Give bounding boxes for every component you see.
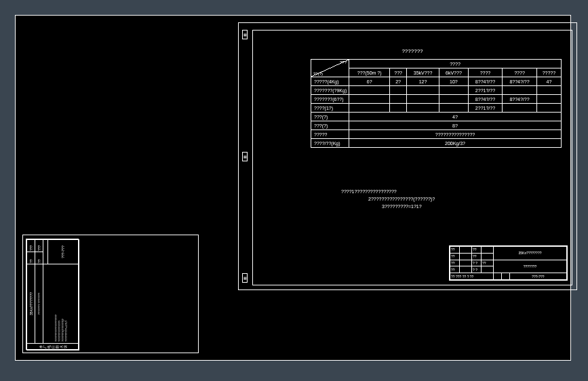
cell: [349, 86, 390, 95]
side-mark: ▦: [242, 152, 248, 161]
cell: 10?: [439, 77, 468, 86]
stb-org: 35Kn????????: [27, 264, 35, 344]
merged-cell: 200Kg/3?: [349, 139, 562, 148]
tb-cell: [460, 260, 472, 266]
tb-bottom: ?? ??? ?? ? ??: [450, 273, 494, 280]
tb-num: ???-???: [509, 273, 566, 280]
cell: [439, 86, 468, 95]
table-row: ????? ???????????????: [311, 130, 562, 139]
table-row: ????/??(Kg) 200Kg/3?: [311, 139, 562, 148]
tb-cell: ??: [450, 260, 460, 266]
stb-cell: [43, 240, 48, 264]
diagonal-header-cell: ??? ??(?): [311, 60, 349, 77]
cell: [503, 86, 537, 95]
row-label: ???(?): [311, 113, 349, 121]
tb-cell: [460, 247, 472, 254]
col-header: ?????: [536, 68, 561, 77]
cell: 8??4?/??: [503, 77, 537, 86]
col-header: ???: [390, 68, 407, 77]
cell: [536, 86, 561, 95]
stb-sub: ??????? ???????: [35, 264, 43, 344]
row-label: ???????(?9Kg): [311, 86, 349, 95]
tb-sub: ???????: [494, 260, 567, 273]
cell: [349, 104, 390, 113]
row-label: ????(1?): [311, 104, 349, 113]
tb-cell: ??: [472, 253, 482, 260]
tb-cell: [501, 273, 509, 280]
secondary-drawing-sheet: 水厂电口防火设 35Kn???????? ?? ??? ??????? ????…: [22, 235, 199, 353]
stb-cell: ??: [35, 252, 43, 264]
cell: [406, 95, 439, 104]
inner-frame: ??????? ??? ??(?) ???? ???(50m ?) ??? 35…: [252, 30, 572, 285]
merged-cell: 8?: [349, 121, 562, 130]
stb-title: 水厂电口防火设: [27, 344, 79, 350]
cell: 8??4?/??: [468, 77, 503, 86]
table-row: ???(?) 4?: [311, 113, 562, 121]
cell: 12?: [406, 77, 439, 86]
small-title-block: 水厂电口防火设 35Kn???????? ?? ??? ??????? ????…: [26, 239, 79, 350]
tb-cell: [460, 253, 472, 260]
tb-cell: [482, 253, 494, 260]
col-header: 35kV???: [406, 68, 439, 77]
cell: [536, 95, 561, 104]
cell: [349, 95, 390, 104]
cell: 2?: [390, 77, 407, 86]
table-row: ?????(4Kg) 6? 2? 12? 10? 8??4?/?? 8??4?/…: [311, 77, 562, 86]
cell: 2??1?/??: [468, 86, 503, 95]
sheet-title: ???????: [253, 48, 572, 54]
cell: [390, 86, 407, 95]
table-row: ???(?) 8?: [311, 121, 562, 130]
cell: [390, 95, 407, 104]
row-label: ????/??(Kg): [311, 139, 349, 148]
col-header: ????: [468, 68, 503, 77]
stb-notes: ?????????????????? ?????????????? ??????…: [43, 264, 79, 344]
col-header: 6kV???: [439, 68, 468, 77]
tb-cell: ??: [450, 266, 460, 273]
tb-cell: [494, 273, 502, 280]
stb-cell: ??: [27, 252, 35, 264]
table-row: ????(1?) 2??1?/??: [311, 104, 562, 113]
table-header-row: ??? ??(?) ????: [311, 60, 562, 68]
cell: [503, 104, 537, 113]
cell: 4?: [536, 77, 561, 86]
side-mark: ▦: [242, 30, 248, 39]
tb-cell: ? ?: [472, 266, 482, 273]
note-line: 3?????????=1?1?: [341, 203, 435, 210]
cell: [406, 86, 439, 95]
diag-top-label: ???: [340, 60, 347, 64]
cell: [536, 104, 561, 113]
row-label: ?????(4Kg): [311, 77, 349, 86]
notes-block: ????1???????????????? 2????????????????(…: [341, 188, 435, 211]
stb-cell: ???: [27, 240, 35, 252]
table-row: ???????(?9Kg) 2??1?/??: [311, 86, 562, 95]
cell: 2??1?/??: [468, 104, 503, 113]
tb-cell: ? ?: [472, 260, 482, 266]
super-header: ????: [349, 60, 562, 68]
row-label: ?????: [311, 130, 349, 139]
merged-cell: 4?: [349, 113, 562, 121]
cell: [439, 104, 468, 113]
cell: [439, 95, 468, 104]
note-line: 2????????????????(??????)?: [341, 195, 435, 203]
drawing-canvas: ▦ ▦ ▦ ??????? ??? ??(?) ???? ???(50m ?) …: [15, 15, 571, 361]
cell: 8??4?/??: [503, 95, 537, 104]
table-row: ???????(6??) 8??4?/?? 8??4?/??: [311, 95, 562, 104]
main-drawing-sheet: ▦ ▦ ▦ ??????? ??? ??(?) ???? ???(50m ?) …: [238, 22, 577, 290]
tb-cell: [482, 247, 494, 254]
tb-org: 35Kn????????: [494, 247, 567, 260]
tb-cell: ??: [482, 260, 494, 266]
col-header: ???(50m ?): [349, 68, 390, 77]
title-block: ?? ?? 35Kn???????? ?? ?? ??: [449, 245, 568, 281]
tb-cell: [482, 266, 494, 273]
side-mark: ▦: [242, 273, 248, 283]
tb-cell: [460, 266, 472, 273]
tb-cell: ??: [450, 253, 460, 260]
cell: 6?: [349, 77, 390, 86]
cell: 8??4?/??: [468, 95, 503, 104]
col-header: ????: [503, 68, 537, 77]
cell: [390, 104, 407, 113]
tb-cell: ??: [450, 247, 460, 254]
row-label: ???????(6??): [311, 95, 349, 104]
row-label: ???(?): [311, 121, 349, 130]
diag-bot-label: ??(?): [313, 72, 323, 76]
